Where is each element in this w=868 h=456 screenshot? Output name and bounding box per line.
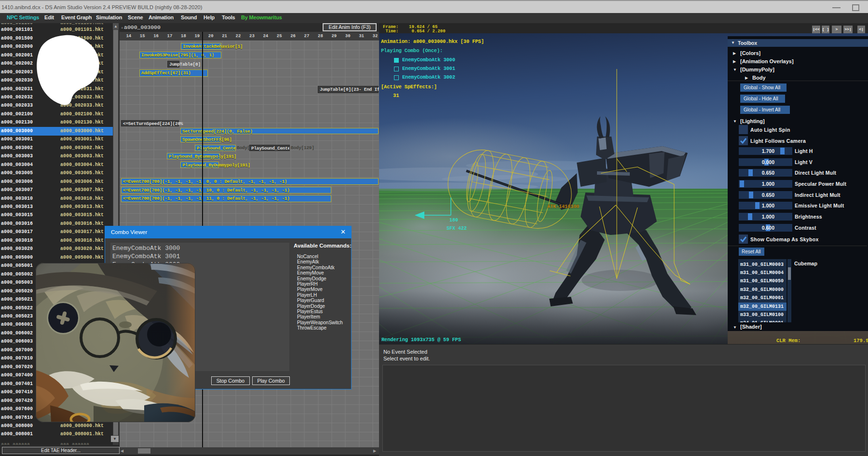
svg-text:180: 180 [449, 218, 458, 223]
svg-text:ATK-1410100: ATK-1410100 [547, 204, 579, 209]
svg-text:SFX 422: SFX 422 [447, 226, 467, 231]
